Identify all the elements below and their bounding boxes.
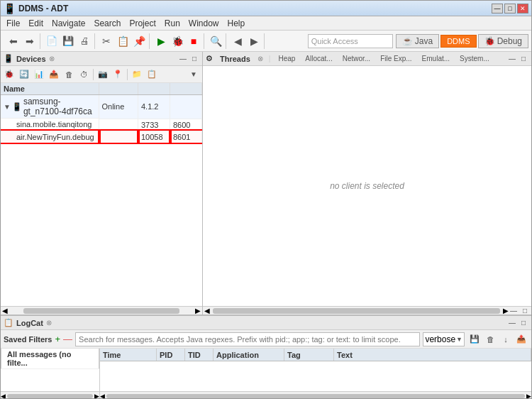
filter-scrollbar[interactable]: ◀ ▶ bbox=[1, 391, 99, 399]
cause-gc-btn[interactable]: 🗑 bbox=[62, 67, 76, 82]
toolbar-debug-run-btn[interactable]: 🐞 bbox=[170, 33, 185, 49]
log-hscrollbar[interactable]: ◀ ▶ bbox=[100, 391, 531, 399]
device-extra bbox=[170, 95, 202, 119]
devices-hscrollbar[interactable]: ◀ ▶ bbox=[1, 306, 202, 315]
logcat-clear-btn[interactable]: 🗑 bbox=[483, 332, 497, 346]
toolbar-new-btn[interactable]: 📄 bbox=[44, 33, 60, 49]
no-client-message: no client is selected bbox=[330, 181, 404, 191]
menu-run[interactable]: Run bbox=[160, 18, 184, 29]
threads-title: Threads bbox=[218, 55, 252, 63]
toolbar-back-btn[interactable]: ⬅ bbox=[6, 33, 21, 49]
tracing-btn[interactable]: ⏱ bbox=[77, 67, 91, 82]
scroll-left-btn[interactable]: ◀ bbox=[1, 307, 9, 315]
menu-project[interactable]: Project bbox=[125, 18, 160, 29]
device-expand-icon[interactable]: ▼ bbox=[4, 103, 11, 111]
table-row[interactable]: ▼ 📱 samsung-gt_n7100-4df76ca Online 4.1.… bbox=[1, 95, 202, 119]
app-tid-2: 8601 bbox=[170, 131, 202, 143]
filter-all-messages[interactable]: All messages (no filte... bbox=[1, 349, 99, 368]
toolbar-paste-btn[interactable]: 📌 bbox=[131, 33, 147, 49]
toolbar-run-btn[interactable]: ▶ bbox=[153, 33, 169, 49]
filesystem-btn[interactable]: 📁 bbox=[130, 67, 144, 82]
toolbar-stop-btn[interactable]: ■ bbox=[186, 33, 201, 49]
logcat-log-area: Time PID TID Application Tag Text ◀ ▶ bbox=[100, 349, 531, 399]
log-scroll-left[interactable]: ◀ bbox=[100, 393, 105, 400]
filter-scroll-thumb[interactable] bbox=[7, 394, 93, 398]
filter-scroll-right[interactable]: ▶ bbox=[94, 393, 99, 400]
dump-hprof-btn[interactable]: 📤 bbox=[47, 67, 61, 82]
log-search-box[interactable] bbox=[75, 332, 420, 346]
logcat-maximize-btn[interactable]: □ bbox=[519, 318, 528, 328]
tab-ddms[interactable]: DDMS bbox=[440, 35, 476, 48]
app-status-1 bbox=[99, 119, 138, 131]
tab-debug[interactable]: 🐞 Debug bbox=[478, 34, 528, 48]
menu-navigate[interactable]: Navigate bbox=[48, 18, 89, 29]
logcat-menu-icon: ⊗ bbox=[46, 319, 52, 327]
tab-network[interactable]: Networ... bbox=[340, 55, 372, 62]
devices-icon: 📱 bbox=[4, 54, 13, 63]
menu-edit[interactable]: Edit bbox=[24, 18, 48, 29]
toolbar-nav-group: ⬅ ➡ bbox=[4, 33, 40, 49]
update-threads-btn[interactable]: 🔄 bbox=[17, 67, 31, 82]
scroll-right-btn[interactable]: ▶ bbox=[194, 307, 202, 315]
logcat-panel: 📋 LogCat ⊗ — □ Saved Filters + — verbose… bbox=[1, 315, 531, 399]
quick-access-input[interactable]: Quick Access bbox=[308, 34, 393, 48]
devices-maximize-btn[interactable]: □ bbox=[189, 54, 199, 64]
toolbar-forward-btn[interactable]: ➡ bbox=[22, 33, 38, 49]
location-btn[interactable]: 📍 bbox=[111, 67, 125, 82]
debug-proc-btn[interactable]: 🐞 bbox=[2, 67, 16, 82]
tab-file-explorer[interactable]: File Exp... bbox=[378, 55, 414, 62]
logcat-toolbar: Saved Filters + — verbose ▼ 💾 🗑 ↓ 📤 bbox=[1, 330, 531, 349]
log-scroll-right[interactable]: ▶ bbox=[526, 393, 531, 400]
tab-system[interactable]: System... bbox=[458, 55, 492, 62]
filter-add-button[interactable]: + bbox=[55, 334, 60, 344]
logcat-export-btn[interactable]: 📤 bbox=[514, 332, 528, 346]
tab-java[interactable]: ☕ Java bbox=[396, 34, 439, 48]
menu-file[interactable]: File bbox=[2, 18, 24, 29]
saved-filters-section: Saved Filters + — bbox=[4, 334, 72, 344]
threads-scroll-thumb[interactable] bbox=[213, 308, 500, 314]
devices-panel: 📱 Devices ⊗ — □ 🐞 🔄 📊 📤 🗑 ⏱ 📷 📍 bbox=[1, 52, 203, 315]
menu-help[interactable]: Help bbox=[223, 18, 250, 29]
toolbar-save-btn[interactable]: 💾 bbox=[60, 33, 76, 49]
tab-allocations[interactable]: Allocat... bbox=[303, 55, 334, 62]
log-search-input[interactable] bbox=[75, 332, 420, 346]
tab-emulator[interactable]: Emulat... bbox=[420, 55, 452, 62]
menu-search[interactable]: Search bbox=[89, 18, 125, 29]
toolbar-copy-btn[interactable]: 📋 bbox=[115, 33, 131, 49]
threads-scroll-right[interactable]: ▶ bbox=[503, 307, 509, 315]
col-pid: PID bbox=[157, 349, 185, 361]
toolbar-cut-btn[interactable]: ✂ bbox=[99, 33, 114, 49]
log-scroll-thumb[interactable] bbox=[106, 394, 525, 398]
tab-heap[interactable]: Heap bbox=[276, 55, 297, 62]
device-icon: 📱 bbox=[12, 102, 22, 111]
scroll-thumb[interactable] bbox=[23, 308, 179, 314]
toolbar-print-btn[interactable]: 🖨 bbox=[77, 33, 92, 49]
screenshot-btn[interactable]: 📷 bbox=[96, 67, 110, 82]
toolbar-next-btn[interactable]: ▶ bbox=[246, 33, 262, 49]
toolbar-divider bbox=[93, 69, 94, 80]
logcat-minimize-btn[interactable]: — bbox=[507, 318, 517, 328]
devices-minimize-btn[interactable]: — bbox=[178, 54, 188, 64]
logcat-scroll-btn[interactable]: ↓ bbox=[499, 332, 513, 346]
menu-window[interactable]: Window bbox=[184, 18, 223, 29]
update-heap-btn[interactable]: 📊 bbox=[32, 67, 46, 82]
close-button[interactable]: ✕ bbox=[517, 4, 528, 13]
toolbar-prev-btn[interactable]: ◀ bbox=[230, 33, 245, 49]
logcat-btn[interactable]: 📋 bbox=[145, 67, 159, 82]
minimize-button[interactable]: — bbox=[492, 4, 503, 13]
maximize-button[interactable]: □ bbox=[504, 4, 516, 13]
logcat-corner-btns: — □ bbox=[507, 318, 528, 328]
threads-minimize-btn[interactable]: — bbox=[507, 54, 517, 64]
filter-remove-button[interactable]: — bbox=[63, 334, 72, 344]
table-row[interactable]: air.NewTinyFun.debug 10058 8601 bbox=[1, 131, 202, 143]
threads-scroll-left[interactable]: ◀ bbox=[204, 307, 210, 315]
toolbar-search-btn[interactable]: 🔍 bbox=[208, 33, 223, 49]
filter-scroll-left[interactable]: ◀ bbox=[1, 393, 6, 400]
toolbar-edit-group: ✂ 📋 📌 bbox=[96, 33, 150, 49]
logcat-save-btn[interactable]: 💾 bbox=[467, 332, 482, 346]
threads-maximize-btn[interactable]: □ bbox=[519, 54, 528, 64]
window-title: DDMS - ADT bbox=[18, 4, 68, 13]
verbose-select[interactable]: verbose ▼ bbox=[423, 332, 465, 346]
table-row[interactable]: sina.mobile.tianqitong 3733 8600 bbox=[1, 119, 202, 131]
devices-view-btn[interactable]: ▼ bbox=[187, 67, 201, 82]
